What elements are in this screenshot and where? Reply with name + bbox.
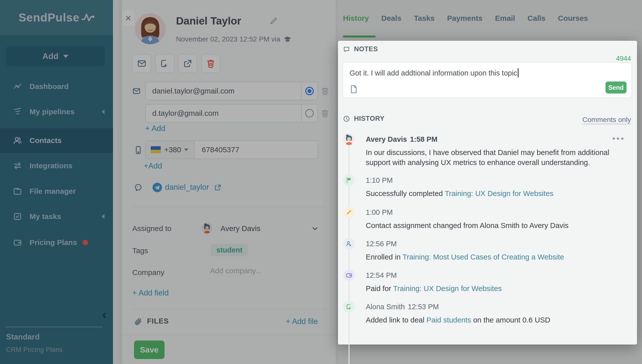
company-input[interactable] (210, 265, 305, 276)
assignee-name[interactable]: Avery Davis (220, 224, 260, 233)
tag-chip[interactable]: student (211, 244, 248, 256)
add-field-link[interactable]: + Add field (132, 288, 169, 298)
close-icon[interactable]: × (122, 10, 134, 26)
save-button[interactable]: Save (134, 340, 164, 359)
note-input-card[interactable]: Got it. I will add addtional information… (342, 62, 632, 98)
sidebar-item-pricing-plans[interactable]: Pricing Plans (0, 234, 113, 251)
attach-file-icon[interactable] (349, 84, 358, 94)
email-input[interactable] (152, 82, 292, 100)
add-button[interactable]: Add (6, 46, 105, 66)
contact-created-date: November 02, 2023 12:52 PM via (176, 35, 292, 44)
tab-tasks[interactable]: Tasks (414, 14, 434, 22)
share-button[interactable] (178, 54, 197, 73)
entry-time: 1:00 PM (366, 208, 393, 216)
email-secondary-radio[interactable] (301, 104, 318, 122)
tab-payments[interactable]: Payments (447, 14, 482, 22)
email-input[interactable] (152, 104, 292, 122)
send-note-button[interactable]: Send (606, 82, 626, 94)
contact-avatar (135, 13, 166, 44)
tab-courses[interactable]: Courses (558, 14, 588, 22)
entry-menu-icon[interactable]: ●●● (612, 136, 625, 141)
delete-email-icon[interactable] (321, 109, 329, 118)
section-divider (132, 207, 326, 207)
entry-text: Contact assignment changed from Alona Sm… (366, 220, 631, 230)
delete-contact-button[interactable] (201, 54, 220, 73)
sidebar: SendPulse Add Dashboard My pipelines Con… (0, 0, 113, 364)
text-cursor (518, 68, 518, 77)
external-link-icon[interactable] (214, 184, 222, 191)
tab-calls[interactable]: Calls (528, 14, 546, 22)
contacts-icon (13, 136, 22, 145)
chevron-down-icon (63, 55, 68, 58)
sidebar-item-label: Integrations (30, 162, 72, 170)
entry-time: 12:56 PM (366, 240, 397, 248)
add-file-link[interactable]: + Add file (286, 317, 318, 326)
add-email-link[interactable]: + Add (145, 124, 165, 133)
active-tab-indicator (343, 36, 376, 38)
contact-tabs: History Deals Tasks Payments Email Calls… (343, 14, 588, 22)
note-input-text[interactable]: Got it. I will add addtional information… (350, 68, 518, 77)
sidebar-item-integrations[interactable]: Integrations (0, 157, 113, 174)
author-avatar (343, 134, 355, 145)
chevron-down-icon (184, 148, 188, 151)
sidebar-item-label: My tasks (30, 212, 61, 221)
delete-email-icon[interactable] (321, 87, 329, 95)
entry-author: Alona Smith (366, 303, 405, 311)
tab-email[interactable]: Email (495, 14, 515, 22)
assignee-avatar[interactable] (202, 222, 212, 234)
contact-add-icon (343, 301, 355, 312)
note-bubble-icon (343, 46, 350, 53)
sidebar-collapse-icon[interactable]: ‹ (102, 308, 106, 321)
sidebar-item-label: My pipelines (30, 108, 74, 116)
history-header: HISTORY (343, 115, 384, 122)
country-code-select[interactable]: +380 (146, 141, 195, 158)
plan-subtitle[interactable]: CRM Pricing Plans (6, 346, 63, 354)
sidebar-item-label: Pricing Plans (30, 238, 77, 247)
folder-icon (13, 187, 22, 196)
tasks-icon (13, 212, 22, 221)
sidebar-item-dashboard[interactable]: Dashboard (0, 78, 113, 95)
tab-history[interactable]: History (343, 14, 369, 22)
company-label: Company (132, 268, 164, 277)
notes-header: NOTES (343, 45, 378, 53)
phone-code: +380 (164, 146, 181, 154)
save-bar: Save (122, 334, 336, 364)
pulse-icon (82, 13, 94, 22)
add-phone-link[interactable]: +Add (144, 162, 162, 170)
add-contact-button[interactable] (155, 54, 174, 73)
entry-time: 1:58 PM (410, 135, 438, 144)
sidebar-item-my-tasks[interactable]: My tasks (0, 208, 113, 225)
entry-text: Added link to deal Paid students on the … (366, 315, 631, 325)
sidebar-item-pipelines[interactable]: My pipelines (0, 103, 113, 120)
telegram-username-link[interactable]: daniel_taylor (165, 183, 209, 192)
comments-only-filter[interactable]: Comments only (582, 116, 631, 124)
edit-pencil-icon[interactable] (270, 17, 278, 25)
sidebar-item-contacts[interactable]: Contacts (0, 128, 113, 153)
assigned-to-label: Assigned to (132, 224, 172, 233)
tab-deals[interactable]: Deals (381, 14, 401, 22)
chevron-down-icon[interactable] (312, 225, 318, 232)
entry-author: Avery Davis (366, 135, 407, 144)
sidebar-divider (6, 327, 102, 327)
telegram-icon (152, 183, 162, 192)
history-title: HISTORY (354, 115, 384, 122)
sidebar-item-label: Dashboard (30, 82, 69, 91)
email-primary-radio[interactable] (301, 82, 318, 100)
entry-text: Enrolled in Training: Most Used Cases of… (366, 252, 631, 262)
sidebar-logo[interactable]: SendPulse (0, 0, 113, 35)
course-source-icon (283, 35, 292, 44)
entry-text: Paid for Training: UX Design for Website… (366, 284, 631, 294)
sidebar-item-label: Contacts (30, 136, 62, 145)
chevron-left-icon (102, 214, 104, 219)
sidebar-item-label: File manager (30, 187, 76, 196)
entry-time: 1:10 PM (366, 176, 393, 184)
files-divider (132, 309, 326, 310)
phone-number-input[interactable] (202, 141, 312, 158)
person-add-icon (343, 238, 355, 250)
timeline-line (348, 138, 350, 364)
clock-icon (343, 115, 350, 122)
wallet-icon (13, 238, 22, 247)
contact-name: Daniel Taylor (176, 15, 241, 27)
send-email-button[interactable] (132, 54, 151, 73)
sidebar-item-file-manager[interactable]: File manager (0, 182, 113, 200)
